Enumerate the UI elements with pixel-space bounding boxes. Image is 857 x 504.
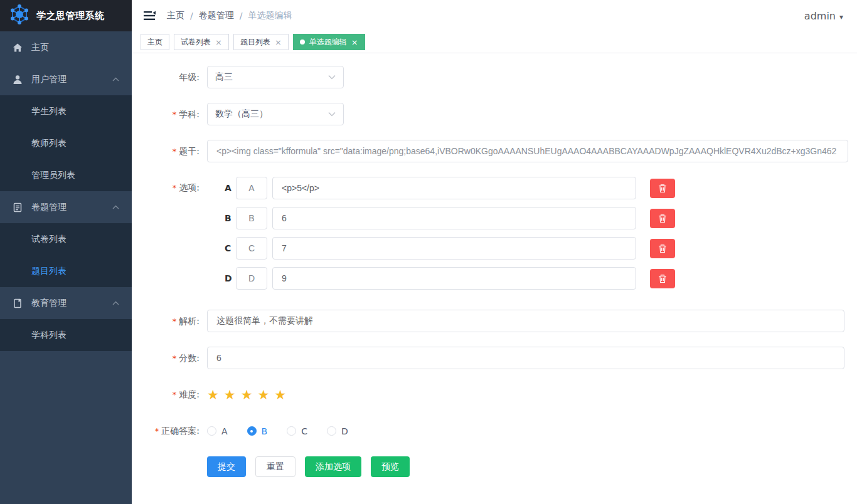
chevron-up-icon xyxy=(112,77,119,81)
selected-value: 数学（高三） xyxy=(215,108,268,120)
label-text: 解析: xyxy=(179,316,200,326)
option-b-prefix-input[interactable] xyxy=(236,207,267,229)
tab-question-list[interactable]: 题目列表 × xyxy=(233,34,289,50)
breadcrumb-separator: / xyxy=(240,11,243,21)
stem-input[interactable] xyxy=(207,140,848,162)
label-text: 选项: xyxy=(179,182,200,192)
option-c-content-input[interactable] xyxy=(272,237,636,260)
option-row-c: C xyxy=(207,237,675,260)
sidebar-group-label: 教育管理 xyxy=(31,298,67,309)
option-d-delete-button[interactable] xyxy=(650,269,675,288)
sidebar-item-subjects[interactable]: 学科列表 xyxy=(0,319,132,351)
sidebar-group-edu-mgmt[interactable]: 教育管理 xyxy=(0,287,132,319)
caret-down-icon: ▾ xyxy=(839,13,843,21)
app-logo: 学之思管理系统 xyxy=(0,0,132,31)
option-c-prefix-input[interactable] xyxy=(236,237,267,260)
sidebar-item-label: 题目列表 xyxy=(31,266,67,277)
difficulty-label: *难度: xyxy=(132,384,207,406)
tab-single-choice-edit[interactable]: 单选题编辑 × xyxy=(293,34,365,50)
active-dot-icon xyxy=(300,39,305,45)
star-icon[interactable]: ★ xyxy=(224,384,236,406)
notebook-icon xyxy=(13,298,23,308)
option-letter: D xyxy=(225,273,236,283)
trash-icon xyxy=(658,244,667,253)
option-d-content-input[interactable] xyxy=(272,267,636,290)
score-row: *分数: xyxy=(132,347,857,369)
option-b-content-input[interactable] xyxy=(272,207,636,229)
tab-label: 题目列表 xyxy=(240,37,270,48)
option-row-d: D xyxy=(207,267,675,290)
option-a-delete-button[interactable] xyxy=(650,179,675,198)
star-icon[interactable]: ★ xyxy=(241,384,253,406)
sidebar-item-home[interactable]: 主页 xyxy=(0,31,132,63)
sidebar-group-paper-mgmt[interactable]: 卷题管理 xyxy=(0,191,132,223)
label-text: 学科: xyxy=(179,109,200,119)
analysis-label: *解析: xyxy=(132,310,207,332)
score-input[interactable] xyxy=(207,347,844,369)
option-row-b: B xyxy=(207,207,675,229)
required-mark: * xyxy=(173,317,177,326)
sidebar-item-papers[interactable]: 试卷列表 xyxy=(0,223,132,255)
reset-button[interactable]: 重置 xyxy=(255,456,295,477)
answer-radio-b[interactable]: B xyxy=(247,426,268,436)
grade-select[interactable]: 高三 xyxy=(207,66,344,88)
subject-label: *学科: xyxy=(132,103,207,125)
submit-button[interactable]: 提交 xyxy=(207,456,246,477)
submenu-user-mgmt: 学生列表 教师列表 管理员列表 xyxy=(0,95,132,191)
add-option-button[interactable]: 添加选项 xyxy=(305,456,361,477)
options-row: *选项: A B xyxy=(132,177,857,297)
close-icon[interactable]: × xyxy=(275,38,282,46)
grade-row: 年级: 高三 xyxy=(132,66,857,88)
chevron-down-icon xyxy=(328,112,336,117)
sidebar-group-user-mgmt[interactable]: 用户管理 xyxy=(0,63,132,95)
star-icon[interactable]: ★ xyxy=(274,384,286,406)
radio-icon xyxy=(287,426,296,436)
analysis-input[interactable] xyxy=(207,310,844,332)
option-row-a: A xyxy=(207,177,675,199)
trash-icon xyxy=(658,214,667,223)
option-d-prefix-input[interactable] xyxy=(236,267,267,290)
answer-radio-c[interactable]: C xyxy=(287,426,307,436)
label-text: 题干: xyxy=(179,146,200,156)
sidebar-item-teachers[interactable]: 教师列表 xyxy=(0,127,132,159)
sidebar-group-label: 卷题管理 xyxy=(31,202,67,213)
breadcrumb-home[interactable]: 主页 xyxy=(167,10,184,21)
actions-row: 提交 重置 添加选项 预览 xyxy=(132,456,857,477)
radio-label: A xyxy=(221,426,228,436)
answer-radio-a[interactable]: A xyxy=(207,426,228,436)
submenu-paper-mgmt: 试卷列表 题目列表 xyxy=(0,223,132,287)
main-area: 主页 / 卷题管理 / 单选题编辑 admin ▾ 主页 试卷列表 × 题目列表… xyxy=(132,0,857,504)
subject-row: *学科: 数学（高三） xyxy=(132,103,857,125)
tab-home[interactable]: 主页 xyxy=(141,34,169,50)
breadcrumb-paper-mgmt[interactable]: 卷题管理 xyxy=(199,10,234,21)
question-edit-form: 年级: 高三 *学科: 数学（高三） xyxy=(132,53,857,504)
sidebar-item-admins[interactable]: 管理员列表 xyxy=(0,159,132,191)
required-mark: * xyxy=(173,354,177,363)
trash-icon xyxy=(658,274,667,283)
analysis-row: *解析: xyxy=(132,310,857,332)
required-mark: * xyxy=(155,426,159,436)
subject-select[interactable]: 数学（高三） xyxy=(207,103,344,125)
close-icon[interactable]: × xyxy=(351,38,358,46)
user-dropdown[interactable]: admin ▾ xyxy=(804,10,843,22)
close-icon[interactable]: × xyxy=(215,38,222,46)
answer-radio-group: A B C D xyxy=(207,426,368,436)
sidebar-item-students[interactable]: 学生列表 xyxy=(0,95,132,127)
sidebar: 学之思管理系统 主页 用户管理 学生列表 xyxy=(0,0,132,504)
sidebar-toggle-icon[interactable] xyxy=(143,9,156,22)
sidebar-item-questions[interactable]: 题目列表 xyxy=(0,255,132,287)
option-b-delete-button[interactable] xyxy=(650,209,675,228)
star-icon[interactable]: ★ xyxy=(207,384,219,406)
answer-radio-d[interactable]: D xyxy=(327,426,348,436)
option-c-delete-button[interactable] xyxy=(650,239,675,258)
option-letter: C xyxy=(225,243,236,253)
selected-value: 高三 xyxy=(215,71,233,83)
star-icon[interactable]: ★ xyxy=(257,384,269,406)
document-icon xyxy=(13,202,23,213)
chevron-up-icon xyxy=(112,205,119,209)
option-a-prefix-input[interactable] xyxy=(236,177,267,199)
option-a-content-input[interactable] xyxy=(272,177,636,199)
preview-button[interactable]: 预览 xyxy=(371,456,410,477)
tab-paper-list[interactable]: 试卷列表 × xyxy=(174,34,229,50)
tab-label: 主页 xyxy=(147,37,162,48)
